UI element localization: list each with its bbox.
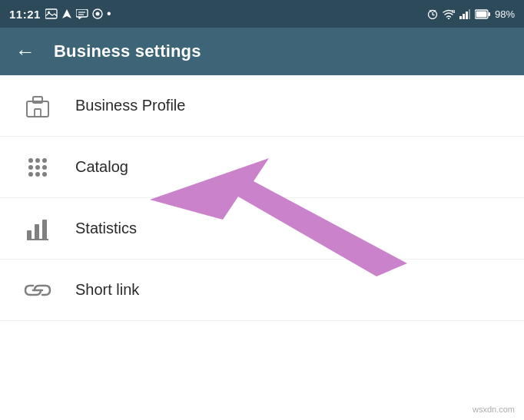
status-time: 11:21: [9, 8, 41, 21]
svg-point-24: [28, 158, 33, 163]
signal-bars-icon: [459, 9, 470, 19]
svg-point-12: [448, 18, 449, 19]
svg-text:R: R: [452, 9, 455, 14]
catalog-icon: [22, 155, 54, 180]
svg-rect-20: [476, 11, 486, 17]
business-profile-icon: [22, 94, 54, 118]
menu-item-statistics[interactable]: Statistics: [0, 198, 524, 260]
status-bar: 11:21 •: [0, 0, 524, 28]
svg-rect-23: [35, 109, 41, 117]
svg-rect-16: [466, 12, 468, 19]
watermark: wsxdn.com: [473, 405, 515, 414]
svg-rect-2: [76, 9, 88, 17]
statistics-label: Statistics: [75, 220, 137, 237]
battery-percent: 98%: [495, 8, 515, 20]
navigation-status-icon: [61, 8, 72, 19]
short-link-icon: [22, 283, 54, 298]
svg-point-27: [28, 165, 33, 170]
svg-point-25: [35, 158, 40, 163]
dot-icon: •: [107, 8, 111, 20]
app-bar-title: Business settings: [54, 41, 201, 61]
svg-point-30: [28, 172, 33, 177]
status-icons: •: [45, 8, 111, 20]
signal-status-icon: [92, 8, 103, 19]
svg-point-29: [42, 165, 47, 170]
svg-point-31: [35, 172, 40, 177]
svg-point-26: [42, 158, 47, 163]
message-status-icon: [76, 9, 88, 19]
svg-rect-33: [27, 230, 32, 240]
app-bar: ← Business settings: [0, 28, 524, 75]
content-area: Business Profile Catalog: [0, 75, 524, 420]
svg-point-32: [42, 172, 47, 177]
svg-rect-34: [35, 224, 39, 240]
svg-rect-35: [42, 220, 47, 240]
svg-point-28: [35, 165, 40, 170]
svg-rect-17: [469, 9, 470, 19]
alarm-icon: [427, 8, 438, 19]
menu-item-business-profile[interactable]: Business Profile: [0, 75, 524, 137]
menu-item-catalog[interactable]: Catalog: [0, 137, 524, 198]
short-link-label: Short link: [75, 281, 139, 299]
svg-rect-15: [463, 14, 465, 19]
menu-item-short-link[interactable]: Short link: [0, 260, 524, 321]
status-right: R 98%: [427, 8, 515, 20]
svg-rect-19: [488, 12, 490, 16]
svg-point-6: [95, 12, 99, 16]
business-profile-label: Business Profile: [75, 97, 185, 114]
status-left: 11:21 •: [9, 8, 111, 21]
battery-icon: [475, 9, 490, 19]
statistics-icon: [22, 217, 54, 241]
svg-rect-14: [459, 16, 462, 19]
catalog-label: Catalog: [75, 158, 128, 176]
back-button[interactable]: ←: [15, 41, 35, 61]
wifi-icon: R: [443, 9, 455, 19]
image-status-icon: [45, 8, 58, 19]
